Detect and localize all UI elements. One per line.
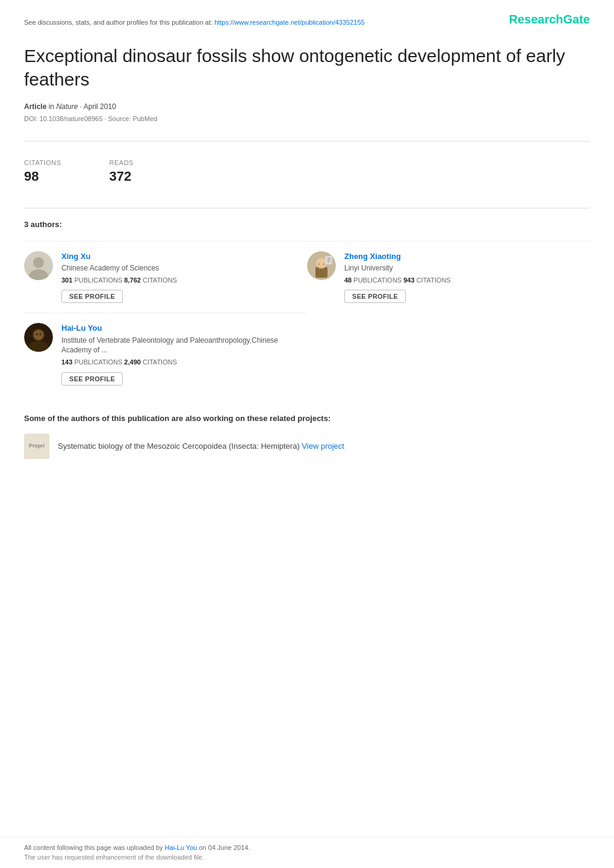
citations-block: CITATIONS 98 [24,158,61,186]
citations-value: 98 [24,167,61,186]
author-stats-hai-lu-you: 143 PUBLICATIONS 2,490 CITATIONS [61,358,307,367]
svg-rect-7 [323,263,325,265]
avatar-hai-lu-you [24,323,53,352]
avatar-zheng-xiaoting [307,251,336,280]
reads-value: 372 [110,167,134,186]
see-profile-button-xing-xu[interactable]: SEE PROFILE [61,290,123,303]
stats-row: CITATIONS 98 READS 372 [24,152,590,197]
divider-2 [24,208,590,208]
divider-1 [24,141,590,142]
related-projects-title: Some of the authors of this publication … [24,413,590,424]
author-affil-zheng-xiaoting: Linyi University [344,263,590,273]
author-stats-zheng-xiaoting: 48 PUBLICATIONS 943 CITATIONS [344,276,590,285]
author-card-xing-xu: Xing Xu Chinese Academy of Sciences 301 … [24,241,307,313]
related-projects-section: Some of the authors of this publication … [24,413,590,459]
svg-rect-8 [319,267,324,269]
author-name-xing-xu[interactable]: Xing Xu [61,251,307,262]
svg-rect-6 [318,263,320,265]
avatar-placeholder-xing [24,251,53,280]
project-item-1: Prepri Systematic biology of the Mesozoi… [24,434,590,459]
svg-point-1 [33,257,44,268]
see-profile-button-hai-lu-you[interactable]: SEE PROFILE [61,372,123,386]
author-info-zheng-xiaoting: Zheng Xiaoting Linyi University 48 PUBLI… [344,251,590,303]
reads-block: READS 372 [110,158,134,186]
project-text-1: Systematic biology of the Mesozoic Cerco… [58,441,344,452]
author-info-hai-lu-you: Hai-Lu You Institute of Vertebrate Paleo… [61,323,307,385]
zheng-avatar-svg [307,251,336,280]
avatar-xing-xu [24,251,53,280]
author-name-hai-lu-you[interactable]: Hai-Lu You [61,323,307,334]
researchgate-logo: ResearchGate [509,11,590,28]
author-affil-hai-lu-you: Institute of Vertebrate Paleontology and… [61,336,307,356]
author-stats-xing-xu: 301 PUBLICATIONS 8,762 CITATIONS [61,276,307,285]
author-affil-xing-xu: Chinese Academy of Sciences [61,263,307,273]
author-info-xing-xu: Xing Xu Chinese Academy of Sciences 301 … [61,251,307,303]
svg-point-16 [34,330,43,340]
reads-label: READS [110,158,134,167]
paper-title: Exceptional dinosaur fossils show ontoge… [24,44,590,91]
author-card-hai-lu-you: Hai-Lu You Institute of Vertebrate Paleo… [24,313,307,395]
publication-link[interactable]: https://www.researchgate.net/publication… [214,19,365,26]
authors-section-title: 3 authors: [24,219,590,230]
article-meta: Article in Nature · April 2010 [24,102,590,112]
svg-point-17 [36,334,38,336]
svg-point-18 [40,334,42,336]
view-project-link[interactable]: View project [302,442,344,451]
hai-avatar-svg [24,323,53,352]
author-card-zheng-xiaoting: Zheng Xiaoting Linyi University 48 PUBLI… [307,241,590,313]
authors-grid: Xing Xu Chinese Academy of Sciences 301 … [24,241,590,395]
top-notice: See discussions, stats, and author profi… [24,18,590,27]
article-doi: DOI: 10.1038/nature08965 · Source: PubMe… [24,114,590,123]
author-name-zheng-xiaoting[interactable]: Zheng Xiaoting [344,251,590,262]
project-thumbnail-1: Prepri [24,434,49,459]
citations-label: CITATIONS [24,158,61,167]
see-profile-button-zheng-xiaoting[interactable]: SEE PROFILE [344,290,406,303]
